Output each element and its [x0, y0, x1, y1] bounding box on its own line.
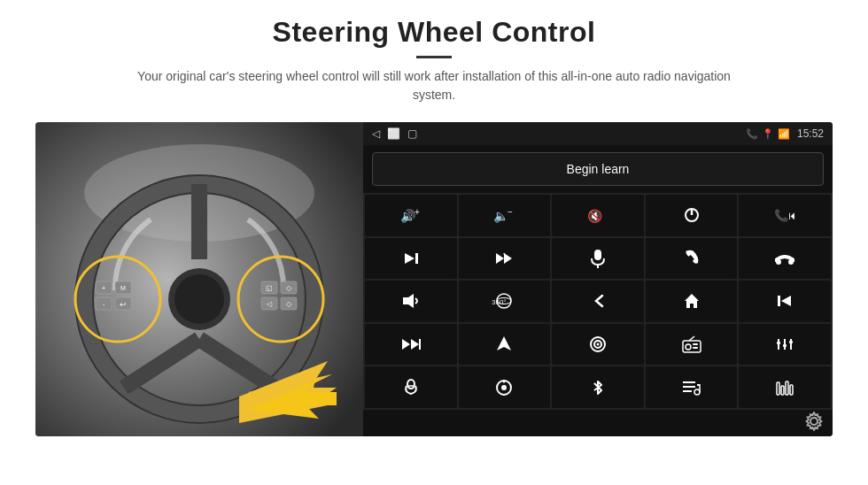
- svg-point-87: [810, 418, 818, 425]
- call-prev-btn[interactable]: 📞⏮: [739, 195, 831, 236]
- settings-icon[interactable]: [804, 412, 824, 435]
- subtitle: Your original car's steering wheel contr…: [124, 67, 744, 104]
- begin-learn-button[interactable]: Begin learn: [372, 152, 824, 186]
- prev-track-btn[interactable]: [739, 281, 831, 322]
- svg-marker-51: [685, 294, 699, 308]
- svg-rect-77: [683, 381, 695, 383]
- svg-text:📞: 📞: [774, 208, 789, 223]
- next-track-btn[interactable]: [365, 238, 457, 280]
- svg-marker-40: [496, 253, 504, 264]
- title-divider: [416, 56, 452, 58]
- knob-btn[interactable]: [459, 366, 551, 408]
- power-btn[interactable]: [646, 195, 738, 236]
- svg-marker-47: [403, 294, 414, 308]
- settings-row: [363, 410, 833, 436]
- music-btn[interactable]: [646, 366, 738, 408]
- svg-point-46: [788, 259, 794, 265]
- svg-text:+: +: [102, 284, 106, 292]
- car-image: + - M ↩ ◱ ◁ ◇ ◇: [35, 122, 363, 436]
- svg-marker-57: [497, 336, 511, 350]
- content-area: + - M ↩ ◱ ◁ ◇ ◇: [35, 122, 833, 436]
- svg-rect-67: [777, 342, 780, 344]
- status-bar: ◁ ⬜ ▢ 📞 📍 📶 15:52: [363, 122, 833, 145]
- svg-marker-42: [504, 253, 512, 264]
- svg-text:M: M: [120, 285, 126, 291]
- page-title: Steering Wheel Control: [35, 16, 833, 49]
- back-btn[interactable]: [552, 281, 644, 322]
- page: Steering Wheel Control Your original car…: [0, 0, 868, 485]
- svg-point-75: [501, 385, 507, 390]
- mute-btn[interactable]: 🔇: [552, 195, 644, 236]
- svg-rect-52: [778, 296, 780, 306]
- status-time: 15:52: [797, 127, 824, 140]
- title-section: Steering Wheel Control Your original car…: [35, 16, 833, 104]
- svg-rect-56: [419, 339, 421, 350]
- svg-point-76: [503, 380, 506, 382]
- svg-text:−: −: [508, 207, 513, 217]
- svg-rect-85: [786, 381, 788, 395]
- mic-btn[interactable]: [552, 238, 644, 280]
- svg-point-8: [174, 274, 224, 324]
- call-btn[interactable]: [646, 238, 738, 280]
- svg-point-45: [776, 259, 781, 265]
- speaker-btn[interactable]: [365, 281, 457, 322]
- bluetooth-btn[interactable]: [552, 366, 644, 408]
- svg-rect-79: [683, 390, 692, 392]
- svg-text:↩: ↩: [120, 300, 127, 309]
- radio-btn[interactable]: [646, 324, 738, 366]
- svg-marker-54: [402, 339, 410, 350]
- svg-marker-55: [411, 339, 419, 350]
- svg-text:⏮: ⏮: [788, 209, 795, 222]
- vol-up-btn[interactable]: 🔊+: [365, 195, 457, 236]
- skip-btn[interactable]: [459, 238, 551, 280]
- location-icon: 📍: [762, 128, 774, 140]
- wifi-icon: 📶: [778, 128, 790, 140]
- svg-rect-86: [790, 385, 793, 395]
- svg-text:◇: ◇: [286, 284, 292, 292]
- navigate-btn[interactable]: [459, 324, 551, 366]
- svg-rect-69: [783, 344, 787, 347]
- svg-text:◱: ◱: [266, 284, 273, 292]
- svg-point-62: [686, 344, 691, 350]
- svg-rect-64: [693, 347, 698, 349]
- svg-rect-82: [697, 384, 700, 386]
- svg-text:+: +: [415, 207, 420, 217]
- nav-recent-icon[interactable]: ▢: [407, 127, 417, 140]
- begin-learn-row: Begin learn: [363, 145, 833, 193]
- svg-text:◇: ◇: [286, 300, 292, 308]
- 360-btn[interactable]: 360°: [459, 281, 551, 322]
- svg-rect-39: [415, 253, 418, 264]
- phone-icon: 📞: [746, 128, 758, 140]
- status-bar-left: ◁ ⬜ ▢: [372, 127, 417, 140]
- hangup-btn[interactable]: [739, 238, 831, 280]
- svg-rect-71: [789, 341, 793, 343]
- source-btn[interactable]: [552, 324, 644, 366]
- svg-text:◁: ◁: [267, 300, 273, 308]
- nav-back-icon[interactable]: ◁: [372, 127, 380, 140]
- svg-point-80: [694, 389, 700, 395]
- svg-point-72: [407, 380, 415, 389]
- svg-rect-83: [777, 382, 779, 395]
- controls-grid: 🔊+ 🔈− 🔇 📞⏮: [363, 193, 833, 410]
- fast-forward-btn[interactable]: [365, 324, 457, 366]
- mic2-btn[interactable]: [365, 366, 457, 408]
- svg-text:🔇: 🔇: [587, 209, 603, 224]
- svg-rect-63: [693, 343, 698, 345]
- svg-text:-: -: [103, 300, 105, 308]
- vol-down-btn[interactable]: 🔈−: [459, 195, 551, 236]
- svg-point-60: [596, 343, 599, 346]
- svg-marker-38: [405, 253, 415, 264]
- home-btn[interactable]: [646, 281, 738, 322]
- nav-home-icon[interactable]: ⬜: [387, 127, 400, 140]
- android-screen: ◁ ⬜ ▢ 📞 📍 📶 15:52 Begin learn: [363, 122, 833, 436]
- eq-settings-btn[interactable]: [739, 324, 831, 366]
- svg-rect-43: [594, 250, 601, 260]
- status-bar-right: 📞 📍 📶 15:52: [746, 127, 824, 140]
- svg-marker-53: [781, 296, 791, 306]
- svg-rect-84: [781, 386, 784, 395]
- svg-rect-78: [683, 386, 695, 388]
- equalizer-btn[interactable]: [739, 366, 831, 408]
